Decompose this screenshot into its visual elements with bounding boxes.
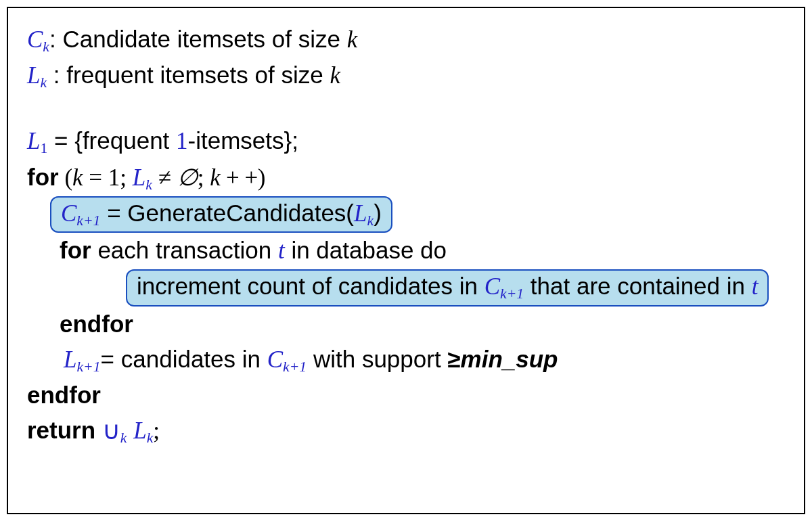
init-L1: L1 = {frequent 1-itemsets};: [27, 123, 785, 159]
endfor-outer: endfor: [27, 378, 785, 413]
var-k: k: [330, 62, 340, 89]
min-sup: min_sup: [461, 346, 558, 372]
literal-1: 1: [176, 128, 188, 154]
increment-op: + +: [221, 164, 258, 191]
keyword-endfor: endfor: [27, 382, 101, 408]
keyword-return: return: [27, 417, 102, 443]
symbol-C: C: [484, 273, 500, 300]
generate-candidates-line: Ck+1 = GenerateCandidates(Lk): [27, 196, 785, 233]
paren-open: (: [59, 164, 72, 191]
subscript-kplus1: k+1: [76, 359, 100, 375]
blank-line: [27, 93, 785, 123]
subscript-k: k: [145, 177, 152, 193]
outer-for: for (k = 1; Lk ≠ ∅; k + +): [27, 160, 785, 196]
inner-for: for each transaction t in database do: [27, 233, 785, 269]
text-frequent: frequent itemsets of size: [66, 62, 330, 88]
var-t: t: [752, 273, 759, 300]
var-k: k: [347, 26, 358, 53]
semicolon: ;: [120, 164, 132, 191]
emptyset: ∅: [177, 164, 198, 191]
subscript-kplus1: k+1: [283, 359, 307, 375]
eq: =: [101, 346, 121, 372]
subscript-k: k: [147, 430, 154, 446]
text-candidate: Candidate itemsets of size: [62, 26, 346, 52]
text-close: -itemsets};: [188, 127, 298, 154]
paren-close: ): [374, 200, 382, 226]
semicolon: ;: [153, 417, 160, 444]
subscript-k: k: [40, 74, 47, 91]
symbol-L: L: [27, 128, 40, 154]
union-sub-k: k: [120, 430, 127, 446]
symbol-L: L: [64, 346, 76, 373]
symbol-L: L: [133, 417, 146, 444]
colon: :: [47, 62, 66, 88]
union-icon: ∪: [102, 413, 120, 449]
text-increment-pre: increment count of candidates in: [137, 273, 484, 299]
keyword-for: for: [27, 164, 59, 190]
semicolon: ;: [198, 164, 210, 191]
text-in-db: in database do: [285, 237, 447, 263]
var-t: t: [278, 237, 285, 264]
geq: ≥: [447, 346, 460, 372]
text-increment-mid: that are contained in: [524, 273, 752, 299]
literal-1: 1: [108, 164, 120, 191]
text-each-transaction: each transaction: [91, 237, 278, 263]
eq: =: [47, 127, 74, 154]
neq: ≠: [152, 164, 177, 191]
algorithm-box: Ck: Candidate itemsets of size k Lk : fr…: [7, 7, 805, 514]
text-with-support: with support: [307, 346, 447, 372]
space: [127, 417, 134, 443]
text-candidates-in: candidates in: [121, 346, 267, 372]
fn-name: GenerateCandidates(: [127, 200, 354, 226]
symbol-L: L: [27, 62, 40, 89]
def-Lk: Lk : frequent itemsets of size k: [27, 58, 785, 93]
symbol-L: L: [133, 164, 145, 191]
increment-line: increment count of candidates in Ck+1 th…: [27, 269, 785, 307]
subscript-kplus1: k+1: [500, 286, 524, 302]
symbol-C: C: [61, 200, 76, 227]
var-k: k: [72, 164, 83, 191]
eq: =: [83, 164, 108, 191]
subscript-k: k: [367, 212, 374, 229]
symbol-C: C: [267, 346, 283, 373]
subscript-k: k: [43, 39, 49, 55]
colon: :: [49, 26, 62, 52]
paren-close: ): [258, 164, 266, 191]
keyword-for: for: [60, 237, 91, 263]
endfor-inner: endfor: [27, 307, 785, 342]
subscript-kplus1: k+1: [76, 212, 100, 229]
subscript-1: 1: [40, 140, 47, 156]
def-Ck: Ck: Candidate itemsets of size k: [27, 22, 785, 58]
return-line: return ∪k Lk;: [27, 413, 785, 450]
symbol-L: L: [354, 200, 367, 227]
eq: =: [100, 200, 127, 226]
text-open: {frequent: [74, 127, 176, 154]
var-k: k: [210, 164, 221, 191]
symbol-C: C: [27, 26, 43, 53]
highlight-generate: Ck+1 = GenerateCandidates(Lk): [50, 196, 392, 233]
highlight-increment: increment count of candidates in Ck+1 th…: [126, 269, 769, 307]
filter-line: Lk+1= candidates in Ck+1 with support ≥m…: [27, 342, 785, 378]
keyword-endfor: endfor: [60, 311, 133, 337]
